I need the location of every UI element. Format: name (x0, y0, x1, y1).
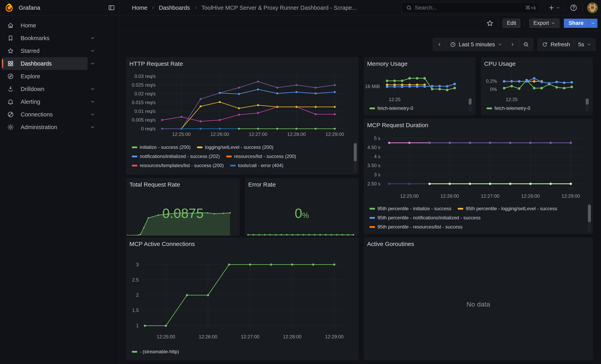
divider (498, 19, 498, 27)
refresh-label: Refresh (551, 41, 570, 48)
panel-title[interactable]: Memory Usage (367, 60, 407, 67)
grafana-logo-icon[interactable] (4, 3, 14, 12)
refresh-interval-picker[interactable]: 5s (574, 38, 595, 51)
zoom-out-button[interactable] (519, 38, 533, 51)
legend-item[interactable]: notifications/initialized - success (202… (132, 154, 220, 159)
drilldown-icon (7, 86, 14, 92)
legend-item[interactable]: fetch-telemetry-0 (487, 106, 530, 111)
svg-text:12:29:00: 12:29:00 (325, 334, 343, 339)
chevron-right-icon (194, 6, 198, 10)
time-range-picker[interactable]: Last 5 minutes (446, 38, 506, 51)
chevron-down-icon[interactable] (90, 36, 95, 40)
legend-scrollbar-thumb[interactable] (354, 143, 357, 161)
panel-title[interactable]: Active Goroutines (367, 241, 414, 247)
chevron-down-icon[interactable] (90, 125, 95, 129)
sidebar-item-home[interactable]: Home (2, 19, 101, 32)
panel-http-request-rate: HTTP Request Rate 12:25:0012:26:0012:27:… (126, 58, 358, 175)
legend-item[interactable]: tools/list - success (200) (199, 172, 258, 173)
chevron-down-icon[interactable] (90, 99, 95, 104)
legend-scrollbar-thumb[interactable] (469, 98, 472, 105)
share-dropdown-button[interactable] (588, 19, 597, 28)
legend-item[interactable]: tools/call - success (200) (132, 172, 192, 173)
legend-swatch (132, 147, 137, 148)
svg-text:3 s: 3 s (374, 172, 381, 177)
legend-item[interactable]: fetch-telemetry-0 (370, 106, 413, 111)
search-box[interactable]: ⌘+k (402, 2, 540, 13)
panel-mcp-active-connections: MCP Active Connections 12:25:0012:26:001… (126, 238, 358, 360)
legend-scrollbar-thumb[interactable] (586, 98, 589, 105)
svg-text:12:28:00: 12:28:00 (283, 334, 301, 339)
bookmark-icon (7, 35, 14, 41)
legend-item[interactable]: initialize - success (200) (132, 144, 190, 150)
help-button[interactable] (570, 4, 577, 11)
breadcrumb-dashboards[interactable]: Dashboards (159, 5, 190, 11)
sidebar-item-explore[interactable]: Explore (2, 70, 101, 83)
legend-scrollbar-thumb[interactable] (588, 205, 591, 222)
chevron-down-icon[interactable] (90, 61, 95, 66)
legend-item[interactable]: resources/templates/list - success (200) (132, 163, 224, 168)
svg-text:12:29:00: 12:29:00 (326, 132, 344, 137)
legend-label: fetch-telemetry-0 (494, 106, 530, 111)
sidebar-item-administration[interactable]: Administration (2, 121, 101, 134)
chevron-down-icon[interactable] (90, 112, 95, 117)
svg-text:0 req/s: 0 req/s (141, 126, 156, 131)
svg-text:12:25: 12:25 (389, 97, 401, 102)
panel-title[interactable]: MCP Active Connections (129, 241, 195, 247)
breadcrumb-home[interactable]: Home (132, 5, 147, 11)
panel-title[interactable]: HTTP Request Rate (129, 60, 183, 67)
plus-icon (548, 4, 555, 11)
chevron-down-icon[interactable] (90, 87, 95, 91)
time-controls: Last 5 minutes Refresh 5s (433, 38, 595, 51)
sidebar-item-dashboards[interactable]: Dashboards (2, 57, 101, 70)
legend-swatch (197, 147, 202, 148)
mcp-active-connections-chart[interactable]: 12:25:0012:26:0012:27:0012:28:0012:29:00… (127, 238, 358, 360)
legend-item[interactable]: logging/setLevel - success (200) (197, 144, 273, 150)
time-back-button[interactable] (433, 38, 446, 51)
breadcrumb: Home Dashboards ToolHive MCP Server & Pr… (132, 0, 357, 16)
panel-title[interactable]: CPU Usage (484, 60, 516, 67)
legend-item[interactable]: 95th percentile - logging/setLevel - suc… (458, 206, 557, 211)
legend-item[interactable]: 95th percentile - resources/list - succe… (370, 224, 462, 230)
panel-title[interactable]: Error Rate (248, 181, 276, 188)
svg-text:12:26:00: 12:26:00 (199, 334, 217, 339)
sidebar-item-bookmarks[interactable]: Bookmarks (2, 32, 101, 45)
search-input[interactable] (415, 5, 522, 11)
add-button[interactable] (548, 4, 560, 11)
favorite-star-button[interactable] (486, 20, 494, 27)
edit-button[interactable]: Edit (503, 19, 520, 28)
sidebar-item-connections[interactable]: Connections (2, 108, 101, 121)
sidebar-toggle-icon[interactable] (108, 4, 115, 11)
svg-text:4.50 s: 4.50 s (368, 145, 381, 150)
legend-item[interactable]: 95th percentile - initialize - success (370, 206, 451, 211)
svg-text:5 s: 5 s (374, 136, 381, 141)
sidebar-item-alerting[interactable]: Alerting (2, 95, 101, 108)
legend-item[interactable]: resources/list - success (200) (226, 154, 296, 159)
brand-text: Grafana (19, 4, 40, 11)
svg-text:0.02 req/s: 0.02 req/s (134, 91, 156, 96)
sidebar-item-drilldown[interactable]: Drilldown (2, 83, 101, 95)
legend-item[interactable]: tools/call - error (404) (230, 163, 283, 168)
svg-text:12:28:00: 12:28:00 (521, 193, 540, 199)
search-icon (406, 5, 412, 11)
panel-title[interactable]: MCP Request Duration (367, 122, 428, 128)
stat-value: 0% (245, 206, 358, 221)
legend-item[interactable]: - (streamable-http) (132, 349, 179, 354)
chevron-right-icon (510, 42, 515, 47)
svg-text:0.025 req/s: 0.025 req/s (132, 82, 156, 88)
sidebar-item-starred[interactable]: Starred (2, 45, 101, 57)
legend-item[interactable]: unknown - success (200) (264, 172, 325, 173)
time-forward-button[interactable] (506, 38, 519, 51)
legend-item[interactable]: 95th percentile - notifications/initiali… (370, 215, 481, 221)
svg-text:3.50 s: 3.50 s (368, 163, 381, 168)
compass-icon (7, 73, 14, 80)
legend-label: unknown - success (200) (272, 172, 325, 173)
export-button[interactable]: Export (529, 19, 560, 28)
chevron-down-icon[interactable] (90, 49, 95, 53)
panel-title[interactable]: Total Request Rate (129, 181, 180, 188)
share-button[interactable]: Share (564, 19, 588, 28)
home-icon (7, 22, 14, 29)
refresh-button[interactable]: Refresh (538, 38, 574, 51)
avatar[interactable] (587, 2, 598, 13)
bell-icon (7, 98, 14, 105)
svg-text:2: 2 (136, 292, 139, 298)
